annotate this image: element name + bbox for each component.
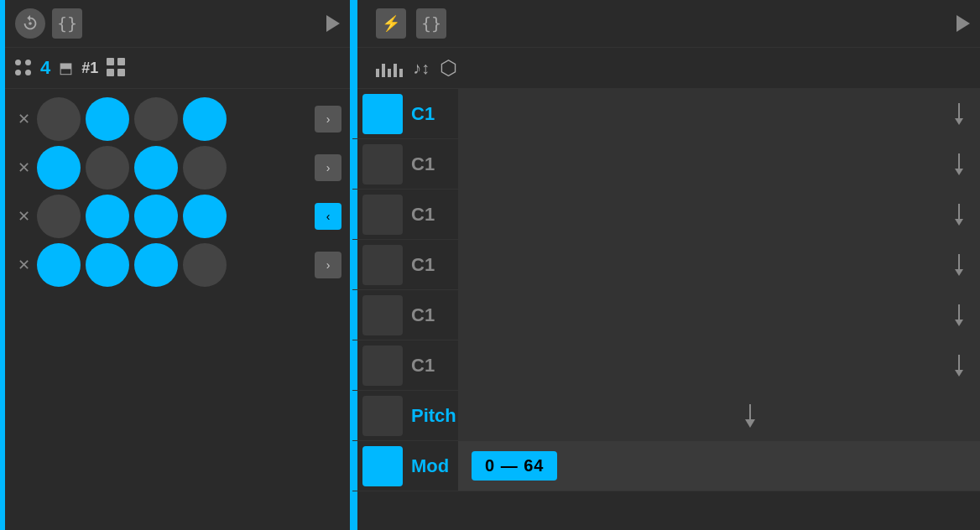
curly-brace-button-right[interactable]: {} (416, 8, 446, 39)
curly-brace-icon-left: {} (57, 13, 77, 34)
track-label-5: C1 (408, 304, 458, 326)
track-accent-2 (352, 139, 357, 189)
track-label-pitch: Pitch (408, 405, 458, 427)
dots-icon[interactable] (15, 60, 32, 76)
knob-indicator-3 (955, 204, 963, 226)
cell-4-2[interactable] (86, 243, 129, 287)
cell-4-1[interactable] (37, 243, 81, 287)
track-label-mod: Mod (408, 455, 458, 477)
track-pad-3 (362, 195, 403, 235)
cell-4-3[interactable] (134, 243, 178, 287)
track-lane-2[interactable] (458, 139, 980, 189)
cell-2-2[interactable] (86, 146, 129, 190)
repeat-icon-button[interactable] (15, 8, 45, 39)
track-row-pitch: Pitch (352, 391, 980, 441)
grid-cells-2 (37, 146, 310, 190)
bar-4 (394, 64, 397, 77)
cell-3-3[interactable] (134, 195, 178, 238)
track-lane-mod[interactable]: 0 — 64 (458, 441, 980, 491)
track-lane-4[interactable] (458, 240, 980, 289)
track-accent-1 (352, 89, 357, 138)
track-label-4: C1 (408, 254, 458, 276)
right-header: ⚡ {} (352, 0, 980, 47)
row-arrow-3[interactable]: ‹ (315, 203, 341, 230)
cell-3-2[interactable] (86, 195, 129, 238)
grid-cells-1 (37, 97, 310, 141)
knob-indicator-6 (955, 355, 963, 377)
track-pad-pitch (362, 396, 403, 436)
grid-row-4: ✕ › (15, 243, 341, 287)
knob-indicator-2 (955, 153, 963, 175)
play-button-left[interactable] (326, 15, 340, 32)
right-panel: ⚡ {} ♪↕ ⬡ C1 (352, 0, 980, 530)
cell-2-4[interactable] (183, 146, 227, 190)
track-pad-mod[interactable] (362, 446, 403, 486)
track-accent-4 (352, 240, 357, 289)
knob-triangle-2 (955, 169, 963, 175)
expand-dot-4 (117, 69, 125, 76)
track-label-3: C1 (408, 204, 458, 226)
knob-indicator-1 (955, 103, 963, 125)
row-arrow-2[interactable]: › (315, 154, 341, 181)
bar-5 (399, 69, 403, 77)
dot-2 (25, 60, 31, 65)
track-accent-6 (352, 340, 357, 390)
track-lane-6[interactable] (458, 340, 980, 390)
track-pad-2 (362, 144, 403, 184)
row-mute-4[interactable]: ✕ (15, 256, 32, 274)
row-mute-2[interactable]: ✕ (15, 158, 32, 177)
right-toolbar: ♪↕ ⬡ (352, 47, 980, 89)
mod-value[interactable]: 0 — 64 (472, 451, 557, 481)
knob-line-5 (958, 304, 960, 320)
cell-2-3[interactable] (134, 146, 178, 190)
knob-triangle-1 (955, 118, 963, 125)
grid-row-3: ✕ ‹ (15, 195, 341, 238)
pitch-line (749, 404, 751, 419)
track-label-2: C1 (408, 153, 458, 175)
curly-brace-button-left[interactable]: {} (52, 8, 82, 39)
cell-1-3[interactable] (134, 97, 178, 141)
bars-icon[interactable] (376, 59, 403, 77)
dot-3 (15, 70, 21, 75)
expand-dot-3 (107, 69, 114, 76)
cell-1-2[interactable] (86, 97, 129, 141)
knob-line-1 (958, 103, 960, 118)
knob-line-3 (958, 204, 960, 219)
row-arrow-4[interactable]: › (315, 252, 341, 278)
track-lane-5[interactable] (458, 290, 980, 340)
grid-area: ✕ › ✕ › ✕ (0, 89, 350, 530)
cell-3-1[interactable] (37, 195, 81, 238)
import-icon[interactable]: ⬒ (59, 59, 73, 77)
track-accent-3 (352, 190, 357, 239)
svg-point-0 (29, 22, 32, 25)
play-button-right[interactable] (957, 15, 970, 32)
left-header: {} (0, 0, 350, 47)
track-pad-1[interactable] (362, 94, 403, 134)
expand-dot-2 (117, 58, 125, 65)
cell-3-4[interactable] (183, 195, 227, 238)
pitch-triangle (745, 419, 755, 428)
track-lane-3[interactable] (458, 190, 980, 239)
track-lane-1[interactable] (458, 89, 980, 138)
knob-line-2 (958, 153, 960, 169)
lightning-button[interactable]: ⚡ (376, 8, 406, 39)
knob-triangle-4 (955, 269, 963, 276)
expand-icon[interactable] (107, 58, 127, 78)
cell-1-4[interactable] (183, 97, 227, 141)
repeat-icon (21, 14, 39, 33)
cell-4-4[interactable] (183, 243, 227, 287)
track-lane-pitch[interactable] (458, 391, 980, 440)
bar-3 (388, 69, 391, 77)
track-pad-4 (362, 245, 403, 285)
music-note-icon[interactable]: ♪↕ (413, 59, 430, 78)
chevron-up-down-icon[interactable]: ⬡ (440, 56, 457, 80)
row-mute-1[interactable]: ✕ (15, 110, 32, 128)
track-label-6: C1 (408, 355, 458, 377)
row-arrow-1[interactable]: › (315, 106, 341, 132)
pattern-number[interactable]: #1 (81, 60, 98, 77)
step-count[interactable]: 4 (40, 57, 50, 79)
row-mute-3[interactable]: ✕ (15, 207, 32, 226)
curly-brace-icon-right: {} (421, 13, 441, 34)
cell-2-1[interactable] (37, 146, 81, 190)
cell-1-1[interactable] (37, 97, 81, 141)
